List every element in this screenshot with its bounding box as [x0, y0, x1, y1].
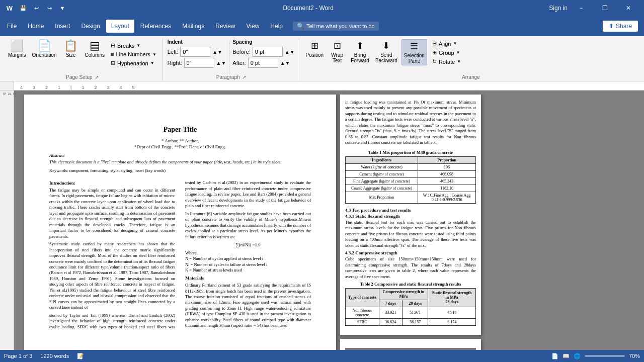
- intro-text: The fatigue may be simple or compound an…: [49, 188, 175, 239]
- title-bar-left: W 💾 ↩ ↪ ▼: [4, 3, 67, 14]
- right-page-bottom: [Flexural fatigue test setup image] Figu…: [340, 339, 481, 350]
- paragraph-collapse-btn[interactable]: ↗: [242, 74, 246, 80]
- spacing-after-label: After:: [232, 60, 246, 66]
- size-button[interactable]: 📋 Size: [61, 39, 81, 59]
- document-page: Paper Title * Author, ** Author, *Dept o…: [24, 95, 336, 350]
- spacing-after-input[interactable]: [248, 58, 278, 68]
- indent-label: Indent: [168, 39, 226, 45]
- wrap-text-button[interactable]: ⊡ WrapText: [328, 39, 347, 64]
- menu-review[interactable]: Review: [210, 20, 240, 33]
- spacing-before-spinner[interactable]: ▲▼: [285, 49, 295, 55]
- table2-header-row: Type of concrete Compressive strength in…: [346, 288, 476, 300]
- ribbon-group-paragraph: Indent Left: ▲▼ Right: ▲▼ Spacing Before…: [164, 38, 299, 81]
- title-bar-right: Sign in − ❐ ✕: [549, 0, 640, 16]
- size-icon: 📋: [64, 40, 77, 51]
- keywords: Keywords: component, formatting, style, …: [49, 168, 311, 174]
- view-web-icon[interactable]: 🌐: [574, 353, 581, 359]
- indent-left-input[interactable]: [180, 47, 210, 57]
- save-button[interactable]: 💾: [18, 3, 28, 13]
- tell-me-input[interactable]: 🔍 Tell me what you want to do: [293, 22, 379, 31]
- page-setup-collapse-btn[interactable]: ↗: [95, 74, 99, 80]
- abstract-section: Abstract This electronic document is a "…: [49, 152, 311, 178]
- menu-design[interactable]: Design: [76, 20, 105, 33]
- zoom-slider[interactable]: [585, 355, 625, 357]
- customize-qat-button[interactable]: ▼: [57, 3, 67, 13]
- redo-button[interactable]: ↪: [44, 3, 54, 13]
- bring-forward-button[interactable]: ⬆ BringForward: [349, 39, 371, 64]
- selection-pane-label: SelectionPane: [404, 53, 425, 64]
- ribbon-group-page-setup: ⬜ Margins 📄 Orientation 📋 Size ▤ Columns…: [2, 38, 163, 81]
- orientation-button[interactable]: 📄 Orientation: [30, 39, 59, 59]
- equation: ∑(ni/Ni) =1.0: [185, 242, 311, 248]
- align-dropdown-arrow: ▼: [453, 41, 457, 46]
- indent-right-spinner[interactable]: ▲▼: [216, 60, 226, 66]
- share-button[interactable]: ⬆ Share: [603, 21, 638, 32]
- window-title: Document2 - Word: [67, 5, 549, 12]
- page-info: Page 1 of 3: [4, 353, 32, 359]
- table1-col2-header: Proportion: [418, 156, 476, 163]
- group-icon: ⊞: [432, 49, 437, 56]
- materials-title: Materials: [185, 275, 311, 282]
- selection-pane-button[interactable]: ☰ SelectionPane: [401, 39, 427, 65]
- authors: * Author, ** Author, *Dept of Civil Engg…: [49, 138, 311, 150]
- menu-insert[interactable]: Insert: [50, 20, 75, 33]
- spacing-section: Spacing Before: ▲▼ After: ▲▼: [232, 39, 294, 68]
- margins-label: Margins: [8, 52, 26, 58]
- group-button[interactable]: ⊞ Group ▼: [429, 48, 464, 57]
- position-button[interactable]: ⊞ Position: [304, 39, 326, 59]
- where-text: Where, N = Number of cycles applied at s…: [185, 250, 311, 274]
- bring-forward-icon: ⬆: [356, 40, 364, 51]
- ruler-area: 4 3 2 1 | 1 2 3 4 5: [0, 81, 644, 90]
- menu-file[interactable]: File: [2, 20, 22, 33]
- view-normal-icon[interactable]: 📄: [551, 353, 558, 359]
- intro-text2: Systematic study carried by many researc…: [49, 241, 175, 311]
- close-button[interactable]: ✕: [617, 0, 640, 16]
- align-button[interactable]: ⊟ Align ▼: [429, 39, 464, 48]
- sign-in-link[interactable]: Sign in: [549, 5, 568, 12]
- line-numbers-button[interactable]: ≡ Line Numbers ▼: [109, 50, 158, 58]
- intro-title: Introduction:: [49, 180, 175, 187]
- materials-text: Ordinary Portland cement of 53 grade sat…: [185, 283, 311, 329]
- columns-button[interactable]: ▤ Columns: [83, 39, 107, 59]
- section43-title: 4.3 Test procedure and test results: [345, 208, 476, 213]
- menu-mailings[interactable]: Mailings: [177, 20, 209, 33]
- spacing-label: Spacing: [232, 39, 294, 45]
- indent-left-spinner[interactable]: ▲▼: [212, 49, 222, 55]
- menu-references[interactable]: References: [135, 20, 176, 33]
- view-read-icon[interactable]: 📖: [562, 353, 570, 359]
- table1-col1-header: Ingredients: [346, 156, 418, 163]
- window-controls: − ❐ ✕: [570, 0, 640, 16]
- spacing-before-input[interactable]: [253, 47, 283, 57]
- paragraph-label: Paragraph ↗: [168, 74, 295, 81]
- document-area: Paper Title * Author, ** Author, *Dept o…: [14, 90, 644, 350]
- menu-help[interactable]: Help: [265, 20, 288, 33]
- abstract-text: This electronic document is a "live" tem…: [49, 159, 311, 165]
- restore-button[interactable]: ❐: [593, 0, 616, 16]
- minimize-button[interactable]: −: [570, 0, 593, 16]
- hyphenation-button[interactable]: ⊞ Hyphenation ▼: [109, 59, 158, 67]
- table-row: Coarse Aggregate (kg/m³ of concrete) 118…: [346, 185, 476, 192]
- spacing-after-spinner[interactable]: ▲▼: [280, 60, 290, 66]
- align-label: Align: [439, 41, 451, 47]
- ribbon: ⬜ Margins 📄 Orientation 📋 Size ▤ Columns…: [0, 36, 644, 81]
- ribbon-group-arrange: ⊞ Position ⊡ WrapText ⬆ BringForward ⬇ S…: [300, 38, 642, 81]
- left-column: Introduction: The fatigue may be simple …: [49, 180, 311, 330]
- indent-right-input[interactable]: [184, 58, 214, 68]
- fatigue-text: in fatigue loading was maintained at 1% …: [345, 100, 476, 146]
- group-dropdown-arrow: ▼: [456, 50, 460, 55]
- margins-button[interactable]: ⬜ Margins: [6, 39, 28, 59]
- undo-button[interactable]: ↩: [31, 3, 41, 13]
- columns-icon: ▤: [90, 40, 100, 51]
- indent-right-label: Right:: [168, 60, 182, 66]
- main-area: 1 2 3 4 5 Paper Title * Author, ** Autho…: [0, 90, 644, 350]
- menu-bar: File Home Insert Design Layout Reference…: [0, 16, 644, 36]
- rotate-button[interactable]: ↻ Rotate ▼: [429, 57, 464, 66]
- menu-layout[interactable]: Layout: [106, 20, 134, 33]
- menu-view[interactable]: View: [242, 20, 265, 33]
- position-icon: ⊞: [311, 40, 318, 51]
- send-backward-button[interactable]: ⬇ SendBackward: [373, 39, 399, 64]
- table2-title: Table 2 Compressive and static flexural …: [345, 282, 476, 287]
- menu-home[interactable]: Home: [23, 20, 49, 33]
- breaks-button[interactable]: ⊟ Breaks ▼: [109, 41, 158, 50]
- abstract-label: Abstract: [49, 152, 311, 159]
